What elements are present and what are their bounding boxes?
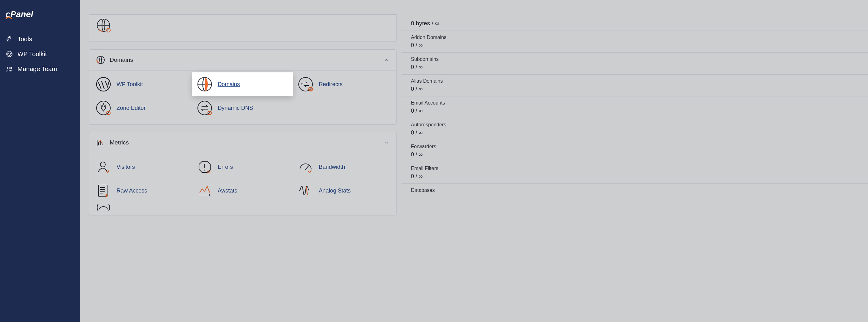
svg-point-3: [11, 67, 12, 69]
stat-value: 0 bytes / ∞: [402, 20, 868, 31]
spotlight-highlight: Domains: [192, 72, 293, 96]
tool-label: Zone Editor: [117, 105, 146, 111]
chart-icon: [96, 138, 105, 147]
tool-label: Visitors: [117, 164, 135, 170]
panel-metrics: Metrics Visitors: [89, 132, 397, 215]
tool-zoneeditor[interactable]: Zone Editor: [91, 96, 192, 120]
tool-label: Awstats: [218, 187, 238, 194]
stat-value: 0 / ∞: [411, 64, 859, 71]
chevron-up-icon: [384, 140, 389, 145]
stat-row: Email Accounts 0 / ∞: [402, 97, 868, 118]
sidebar-item-label: Tools: [18, 36, 32, 43]
tool-label: WP Toolkit: [117, 81, 143, 88]
tool-label: Raw Access: [117, 187, 147, 194]
stat-value: 0 / ∞: [411, 42, 859, 49]
tool-label: Dynamic DNS: [218, 105, 253, 111]
sidebar-item-manageteam[interactable]: Manage Team: [0, 62, 80, 76]
tool-visitors[interactable]: Visitors: [91, 155, 192, 179]
panel-title: Metrics: [110, 139, 129, 146]
stat-row: Forwarders 0 / ∞: [402, 140, 868, 162]
stat-label: Email Accounts: [411, 100, 859, 106]
bandwidth-icon: [298, 159, 313, 174]
wrench-icon: [6, 35, 13, 43]
panel-header[interactable]: Domains: [89, 49, 396, 71]
tool-dynamicdns[interactable]: Dynamic DNS: [192, 96, 293, 120]
ddns-icon: [197, 101, 212, 115]
svg-point-25: [97, 204, 110, 211]
svg-point-22: [204, 170, 205, 170]
zone-icon: [96, 101, 111, 115]
stat-value: 0 / ∞: [411, 86, 859, 92]
wordpress-icon: [96, 77, 111, 92]
sidebar-item-wptoolkit[interactable]: WP Toolkit: [0, 46, 80, 62]
svg-point-21: [100, 162, 105, 167]
stat-row: Email Filters 0 / ∞: [402, 162, 868, 184]
visitors-icon: [96, 159, 111, 174]
stat-label: Addon Domains: [411, 35, 859, 40]
stat-row: Alias Domains 0 / ∞: [402, 75, 868, 97]
panel-partial-top: [89, 14, 397, 42]
team-icon: [6, 65, 13, 73]
stat-label: Alias Domains: [411, 78, 859, 84]
sidebar: cPanel Tools WP Toolkit Manage Team: [0, 0, 80, 322]
stat-label: Forwarders: [411, 144, 859, 149]
stat-label: Email Filters: [411, 166, 859, 171]
panels-column: Domains WP Toolkit: [89, 20, 397, 223]
svg-point-2: [7, 67, 9, 69]
errors-icon: [197, 159, 212, 174]
stat-value: 0 / ∞: [411, 108, 859, 114]
panel-header[interactable]: Metrics: [89, 132, 396, 153]
redirect-icon: [298, 77, 313, 92]
globe-icon: [197, 77, 212, 92]
globe-icon: [96, 55, 105, 65]
tool-label: Analog Stats: [319, 187, 350, 194]
webalizer-icon: [96, 204, 111, 211]
analog-icon: [298, 183, 313, 198]
stat-row: Autoresponders 0 / ∞: [402, 118, 868, 140]
tool-awstats[interactable]: Awstats: [192, 179, 293, 203]
tool-rawaccess[interactable]: Raw Access: [91, 179, 192, 203]
svg-point-23: [305, 169, 306, 170]
svg-rect-24: [98, 185, 107, 196]
tool-analogstats[interactable]: Analog Stats: [293, 179, 394, 203]
tool-bandwidth[interactable]: Bandwidth: [293, 155, 394, 179]
sidebar-item-tools[interactable]: Tools: [0, 32, 80, 46]
awstats-icon: [197, 183, 212, 198]
sidebar-item-label: Manage Team: [18, 66, 57, 73]
stat-value: 0 / ∞: [411, 151, 859, 158]
tool-label: Redirects: [319, 81, 342, 88]
tool-label: Errors: [218, 164, 233, 170]
stat-value: 0 / ∞: [411, 173, 859, 180]
sidebar-item-label: WP Toolkit: [18, 50, 47, 58]
tool-wptoolkit[interactable]: WP Toolkit: [91, 72, 192, 96]
stat-label: Subdomains: [411, 57, 859, 62]
brand-logo: cPanel: [0, 7, 80, 32]
stat-label: Databases: [411, 187, 859, 193]
stat-value: 0 / ∞: [411, 130, 859, 136]
stat-row: Subdomains 0 / ∞: [402, 53, 868, 75]
stat-row: Addon Domains 0 / ∞: [402, 31, 868, 53]
tool-errors[interactable]: Errors: [192, 155, 293, 179]
stat-label: Autoresponders: [411, 122, 859, 128]
globe-icon: [96, 18, 111, 33]
wordpress-icon: [6, 50, 13, 58]
chevron-up-icon: [384, 57, 389, 63]
tool-label: Domains: [218, 81, 240, 88]
tool-partial[interactable]: [91, 203, 192, 211]
stat-row: Databases: [402, 184, 868, 193]
rawaccess-icon: [96, 183, 111, 198]
panel-title: Domains: [110, 57, 133, 63]
stats-column: 0 bytes / ∞ Addon Domains 0 / ∞ Subdomai…: [402, 20, 868, 195]
tool-label: Bandwidth: [319, 164, 345, 170]
tool-redirects[interactable]: Redirects: [293, 72, 394, 96]
